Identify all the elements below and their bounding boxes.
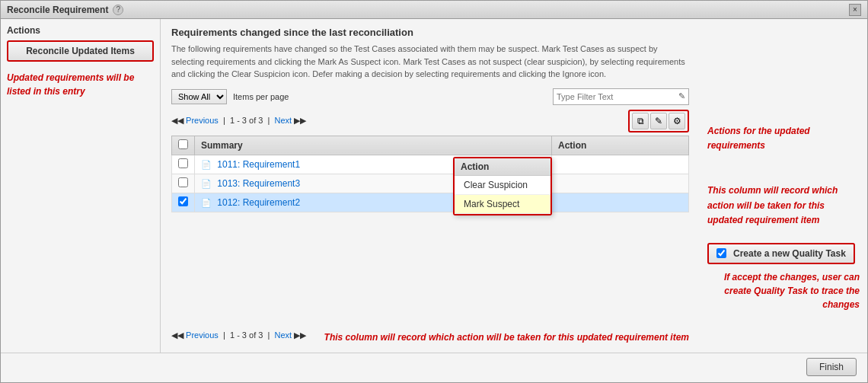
table-row: 📄 1012: Requirement2 xyxy=(172,193,689,212)
row2-req-link[interactable]: 1013: Requirement3 xyxy=(217,178,300,189)
toolbar-row: Show All Items per page ✎ xyxy=(171,88,689,105)
footer: Finish xyxy=(1,353,867,382)
col-header-summary: Summary xyxy=(195,136,552,155)
finish-button[interactable]: Finish xyxy=(806,358,857,376)
pagination-nav-top: ◀◀ Previous | 1 - 3 of 3 | Next ▶▶ xyxy=(171,116,306,126)
help-icon[interactable]: ? xyxy=(113,5,123,15)
close-button[interactable]: × xyxy=(849,4,861,16)
row3-action-cell xyxy=(552,193,689,212)
row1-action-cell xyxy=(552,155,689,174)
window-title: Reconcile Requirement xyxy=(7,5,108,15)
col-header-check xyxy=(172,136,195,155)
page-count-top: 1 - 3 of 3 xyxy=(230,116,263,125)
row2-checkbox[interactable] xyxy=(178,177,188,187)
row3-req-link[interactable]: 1012: Requirement2 xyxy=(217,197,300,208)
actions-label: Actions xyxy=(7,25,154,36)
table-wrap: Summary Action 📄 1011: Requirement1 xyxy=(171,136,689,320)
main-content: Requirements changed since the last reco… xyxy=(161,19,700,353)
requirements-table: Summary Action 📄 1011: Requirement1 xyxy=(171,136,689,212)
col-note-annotation: This column will record which action wil… xyxy=(324,330,689,345)
action-col-annotation: Actions for the updated requirements xyxy=(707,124,860,153)
copy-icon-button[interactable]: ⧉ xyxy=(632,113,649,129)
nav-start-icon: ◀◀ xyxy=(171,116,183,125)
req-icon-2: 📄 xyxy=(201,179,212,188)
nav-start-icon-bottom: ◀◀ xyxy=(171,330,183,340)
prev-link-bottom[interactable]: Previous xyxy=(186,330,219,340)
next-link-top[interactable]: Next xyxy=(274,116,292,125)
section-title: Requirements changed since the last reco… xyxy=(171,27,689,38)
next-link-bottom[interactable]: Next xyxy=(274,330,292,340)
sidebar: Actions Reconcile Updated Items Updated … xyxy=(1,19,161,353)
bottom-row: ◀◀ Previous | 1 - 3 of 3 | Next ▶▶ This … xyxy=(171,326,689,345)
col-note-annotation-right: This column will record which action wil… xyxy=(707,184,860,228)
sidebar-note: Updated requirements will be listed in t… xyxy=(7,71,154,98)
page-count-bottom: 1 - 3 of 3 xyxy=(230,330,263,340)
action-dropdown: Action Clear Suspicion Mark Suspect xyxy=(453,157,552,215)
title-bar: Reconcile Requirement ? × xyxy=(1,1,867,19)
row3-checkbox[interactable] xyxy=(178,196,188,206)
table-row: 📄 1011: Requirement1 xyxy=(172,155,689,174)
row2-action-cell xyxy=(552,174,689,193)
mark-suspect-item[interactable]: Mark Suspect xyxy=(455,195,550,214)
row1-req-link[interactable]: 1011: Requirement1 xyxy=(217,159,300,170)
pagination-nav-bottom: ◀◀ Previous | 1 - 3 of 3 | Next ▶▶ xyxy=(171,330,306,340)
filter-input[interactable] xyxy=(557,92,678,101)
create-quality-task-button[interactable]: Create a new Quality Task xyxy=(707,243,855,264)
select-all-checkbox[interactable] xyxy=(178,139,188,149)
action-icons-group: ⧉ ✎ ⚙ xyxy=(628,110,689,132)
col-header-action: Action xyxy=(552,136,689,155)
row2-check-cell xyxy=(172,174,195,193)
description-text: The following requirements have changed … xyxy=(171,43,689,81)
pagination-row-top: ◀◀ Previous | 1 - 3 of 3 | Next ▶▶ ⧉ ✎ ⚙ xyxy=(171,110,689,132)
items-per-page-label: Items per page xyxy=(233,92,289,101)
table-row: 📄 1013: Requirement3 xyxy=(172,174,689,193)
row3-check-cell xyxy=(172,193,195,212)
quality-task-label: Create a new Quality Task xyxy=(733,248,846,259)
req-icon-1: 📄 xyxy=(201,160,212,169)
right-annotations-panel: Actions for the updated requirements Thi… xyxy=(700,19,867,353)
prev-link-top[interactable]: Previous xyxy=(186,116,219,125)
filter-icon: ✎ xyxy=(678,91,685,101)
quality-task-note: If accept the changes, user can create Q… xyxy=(707,270,860,311)
reconcile-updated-items-button[interactable]: Reconcile Updated Items xyxy=(7,40,154,62)
nav-end-icon: ▶▶ xyxy=(294,116,306,125)
edit-icon-button[interactable]: ✎ xyxy=(650,113,667,129)
row1-check-cell xyxy=(172,155,195,174)
reconcile-window: Reconcile Requirement ? × Actions Reconc… xyxy=(0,0,868,383)
quality-task-checkbox[interactable] xyxy=(716,248,726,258)
req-icon-3: 📄 xyxy=(201,198,212,207)
clear-suspicion-item[interactable]: Clear Suspicion xyxy=(455,176,550,195)
action-dropdown-header: Action xyxy=(455,158,550,176)
nav-end-icon-bottom: ▶▶ xyxy=(294,330,306,340)
link-icon-button[interactable]: ⚙ xyxy=(669,113,685,129)
show-all-select[interactable]: Show All xyxy=(171,89,227,104)
filter-input-wrap: ✎ xyxy=(553,88,689,105)
row1-checkbox[interactable] xyxy=(178,158,188,168)
